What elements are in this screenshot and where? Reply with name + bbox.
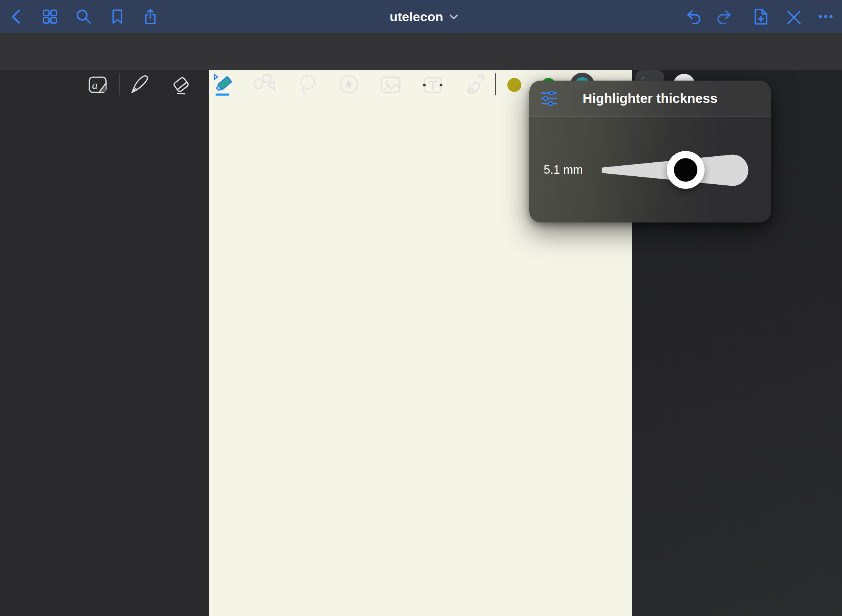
bluetooth-icon — [214, 75, 218, 79]
add-page-icon — [750, 8, 768, 26]
color-swatch-yellow[interactable] — [507, 78, 521, 92]
shapes-icon — [253, 73, 277, 97]
tool-shapes[interactable] — [253, 73, 277, 97]
popover-header: Highlighter thickness — [529, 81, 771, 117]
highlighter-icon — [211, 73, 235, 97]
tool-lasso[interactable] — [295, 73, 320, 97]
search-button[interactable] — [75, 8, 93, 26]
undo-button[interactable] — [683, 8, 701, 26]
share-button[interactable] — [141, 8, 159, 26]
tool-pen[interactable] — [127, 73, 151, 97]
tool-highlighter[interactable] — [211, 73, 235, 97]
tool-zoom-window[interactable]: a — [86, 73, 110, 97]
app-screen: utelecon a — [0, 0, 842, 616]
bookmark-icon — [108, 8, 126, 26]
svg-text:a: a — [92, 79, 98, 91]
more-button[interactable] — [817, 8, 835, 26]
text-icon — [421, 73, 445, 97]
eraser-icon — [170, 73, 194, 97]
lasso-icon — [295, 73, 320, 97]
popover-caret — [640, 71, 660, 81]
tool-text[interactable] — [421, 73, 445, 97]
document-title-menu[interactable]: utelecon — [390, 0, 458, 33]
pages-grid-icon — [41, 8, 59, 26]
back-button[interactable] — [8, 8, 26, 26]
redo-icon — [717, 8, 735, 26]
search-icon — [75, 8, 93, 26]
zoom-window-icon: a — [86, 73, 110, 97]
document-title: utelecon — [390, 9, 443, 24]
highlighter-thickness-popover: Highlighter thickness 5.1 mm — [529, 81, 771, 222]
ellipsis-icon — [817, 8, 835, 26]
tool-image[interactable] — [379, 73, 403, 97]
stylus-cross-icon — [783, 8, 801, 26]
top-navbar: utelecon — [0, 0, 842, 33]
knob-center — [674, 158, 697, 182]
share-icon — [141, 8, 159, 26]
add-page-button[interactable] — [750, 8, 768, 26]
tool-eraser[interactable] — [170, 73, 194, 97]
redo-button[interactable] — [717, 8, 735, 26]
tools-toolbar: a — [0, 33, 842, 70]
back-chevron-icon — [8, 8, 26, 26]
toolbar-separator — [119, 73, 120, 95]
sliders-icon — [540, 89, 558, 107]
stylus-toggle-button[interactable] — [783, 8, 801, 26]
sticker-icon — [337, 73, 361, 97]
toolbar-separator — [495, 73, 496, 95]
tool-laser-pointer[interactable] — [463, 73, 487, 97]
popover-title: Highlighter thickness — [583, 91, 717, 106]
laser-pointer-icon — [463, 73, 487, 97]
undo-icon — [683, 8, 701, 26]
thickness-slider-knob[interactable] — [667, 151, 705, 189]
tool-sticker[interactable] — [337, 73, 361, 97]
chevron-down-icon — [449, 14, 458, 20]
thickness-value: 5.1 mm — [544, 163, 583, 177]
image-icon — [379, 73, 403, 97]
bookmark-button[interactable] — [108, 8, 126, 26]
pen-icon — [127, 73, 151, 97]
pages-grid-button[interactable] — [41, 8, 59, 26]
